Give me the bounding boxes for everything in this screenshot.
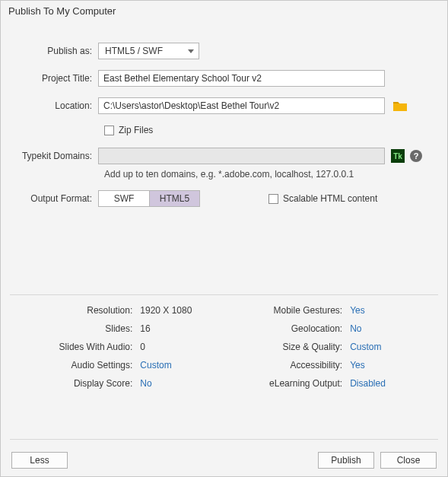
zip-files-label: Zip Files (119, 125, 153, 135)
publish-form: Publish as: HTML5 / SWF Project Title: L… (1, 20, 447, 207)
project-title-input[interactable] (98, 70, 385, 87)
publish-as-value: HTML5 / SWF (105, 46, 163, 56)
publish-as-label: Publish as: (16, 46, 98, 56)
publish-button[interactable]: Publish (318, 452, 374, 469)
size-quality-label: Size & Quality: (229, 342, 342, 352)
output-format-label: Output Format: (16, 193, 98, 204)
typekit-domains-label: Typekit Domains: (16, 151, 98, 161)
audio-settings-label: Audio Settings: (22, 360, 132, 370)
audio-settings-link[interactable]: Custom (140, 360, 229, 370)
window-title: Publish To My Computer (1, 1, 447, 20)
typekit-hint: Add up to ten domains, e.g. *.adobe.com,… (104, 169, 432, 180)
divider (10, 294, 438, 295)
folder-icon[interactable] (392, 100, 408, 112)
summary-panel: Resolution: 1920 X 1080 Slides: 16 Slide… (1, 305, 447, 389)
location-label: Location: (16, 100, 98, 111)
display-score-label: Display Score: (22, 378, 132, 389)
help-icon[interactable]: ? (410, 150, 422, 162)
location-input[interactable] (98, 97, 385, 114)
elearning-label: eLearning Output: (229, 378, 342, 389)
geolocation-label: Geolocation: (229, 323, 342, 334)
less-button[interactable]: Less (11, 452, 68, 469)
scalable-label: Scalable HTML content (283, 193, 377, 204)
output-format-toggle: SWF HTML5 (98, 190, 200, 207)
slides-value: 16 (140, 323, 229, 334)
output-format-html5[interactable]: HTML5 (149, 191, 199, 206)
scalable-checkbox[interactable] (268, 194, 278, 204)
chevron-down-icon (188, 49, 194, 53)
mobile-gestures-label: Mobile Gestures: (229, 305, 342, 316)
resolution-value: 1920 X 1080 (140, 305, 229, 316)
divider (10, 439, 438, 440)
close-button[interactable]: Close (380, 452, 437, 469)
output-format-swf[interactable]: SWF (99, 191, 149, 206)
accessibility-link[interactable]: Yes (350, 360, 426, 370)
typekit-icon[interactable]: Tk (391, 149, 405, 163)
slides-audio-value: 0 (140, 342, 229, 352)
elearning-link[interactable]: Disabled (350, 378, 426, 389)
mobile-gestures-link[interactable]: Yes (350, 305, 426, 316)
zip-files-checkbox[interactable] (104, 126, 114, 135)
size-quality-link[interactable]: Custom (350, 342, 426, 352)
project-title-label: Project Title: (16, 73, 98, 84)
accessibility-label: Accessibility: (229, 360, 342, 370)
display-score-link[interactable]: No (140, 378, 229, 389)
geolocation-link[interactable]: No (350, 323, 426, 334)
slides-label: Slides: (22, 323, 132, 334)
slides-audio-label: Slides With Audio: (22, 342, 132, 352)
publish-as-select[interactable]: HTML5 / SWF (98, 43, 199, 59)
dialog-footer: Less Publish Close (1, 444, 447, 476)
typekit-domains-input (98, 148, 385, 164)
resolution-label: Resolution: (22, 305, 132, 316)
